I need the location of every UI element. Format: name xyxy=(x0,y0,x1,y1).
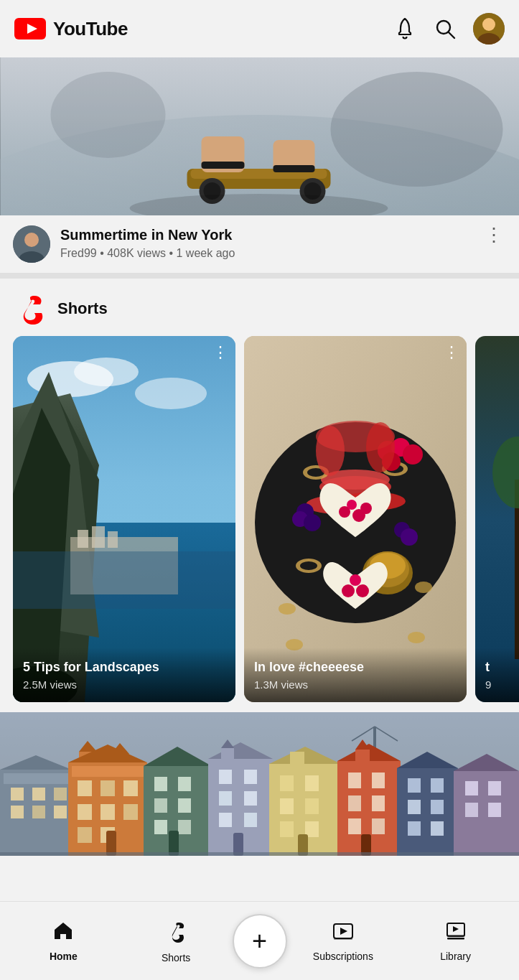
shorts-section: Shorts xyxy=(0,279,519,712)
svg-rect-115 xyxy=(154,777,167,791)
svg-marker-173 xyxy=(453,926,459,932)
svg-point-62 xyxy=(401,528,418,546)
short-1-more-button[interactable]: ⋮ xyxy=(212,343,228,362)
youtube-logo-icon xyxy=(14,18,46,39)
svg-rect-165 xyxy=(488,781,501,795)
svg-rect-154 xyxy=(397,768,458,856)
header-icons xyxy=(393,13,505,45)
svg-rect-147 xyxy=(348,773,361,788)
svg-rect-162 xyxy=(454,771,519,856)
svg-rect-127 xyxy=(244,770,257,784)
svg-rect-159 xyxy=(431,800,444,814)
svg-rect-161 xyxy=(431,821,444,836)
bottom-video-thumbnail[interactable] xyxy=(0,712,519,856)
avatar-button[interactable] xyxy=(473,13,505,45)
nav-subscriptions-button[interactable]: Subscriptions xyxy=(287,920,400,962)
featured-video-thumbnail[interactable] xyxy=(0,57,519,215)
svg-rect-158 xyxy=(408,800,421,814)
svg-rect-148 xyxy=(372,773,385,788)
svg-point-72 xyxy=(350,574,361,586)
svg-rect-109 xyxy=(78,827,92,843)
svg-rect-93 xyxy=(11,806,24,818)
plus-icon: + xyxy=(252,928,267,954)
svg-rect-39 xyxy=(92,526,105,548)
app-title: YouTube xyxy=(53,18,128,40)
svg-rect-136 xyxy=(280,775,294,791)
svg-rect-120 xyxy=(178,820,191,834)
svg-rect-106 xyxy=(78,804,92,820)
nav-library-label: Library xyxy=(440,951,471,962)
svg-rect-90 xyxy=(11,788,24,801)
svg-rect-145 xyxy=(355,750,370,762)
svg-rect-94 xyxy=(32,806,45,818)
svg-rect-167 xyxy=(488,803,501,817)
svg-rect-160 xyxy=(408,821,421,836)
nav-library-button[interactable]: Library xyxy=(399,920,512,962)
svg-point-60 xyxy=(304,514,321,531)
shorts-nav-icon xyxy=(164,919,188,948)
search-button[interactable] xyxy=(433,17,457,41)
svg-point-29 xyxy=(135,378,207,409)
short-2-title: In love #cheeeese xyxy=(254,659,457,676)
city-thumbnail-image xyxy=(0,712,519,856)
svg-rect-41 xyxy=(13,551,235,609)
bell-icon xyxy=(393,17,417,41)
channel-avatar[interactable] xyxy=(13,225,50,263)
svg-rect-17 xyxy=(201,162,244,169)
svg-point-50 xyxy=(347,500,357,510)
create-button[interactable]: + xyxy=(233,914,287,969)
video-more-button[interactable]: ⋮ xyxy=(482,225,506,244)
svg-point-70 xyxy=(342,584,355,597)
home-icon xyxy=(52,920,74,947)
svg-rect-107 xyxy=(100,804,115,820)
svg-rect-131 xyxy=(244,813,257,827)
short-1-title: 5 Tips for Landscapes xyxy=(23,659,225,676)
svg-rect-175 xyxy=(447,935,464,937)
video-info-row: Summertime in New York Fred99 • 408K vie… xyxy=(0,215,519,273)
svg-rect-111 xyxy=(106,831,116,856)
svg-rect-108 xyxy=(123,804,138,820)
svg-rect-95 xyxy=(54,806,67,818)
short-3-title: t xyxy=(485,659,519,676)
svg-rect-40 xyxy=(108,531,118,548)
nav-home-button[interactable]: Home xyxy=(7,920,120,962)
svg-rect-140 xyxy=(280,821,294,837)
video-thumbnail-image xyxy=(0,57,519,215)
shorts-scroll-container[interactable]: 5 Tips for Landscapes 2.5M views ⋮ xyxy=(0,336,519,702)
svg-point-78 xyxy=(316,426,345,476)
user-avatar xyxy=(473,13,505,45)
short-card-1[interactable]: 5 Tips for Landscapes 2.5M views ⋮ xyxy=(13,336,235,702)
short-card-3[interactable]: t 9 xyxy=(475,336,519,702)
svg-line-3 xyxy=(449,32,454,38)
svg-rect-91 xyxy=(32,788,45,801)
svg-rect-139 xyxy=(305,798,319,814)
svg-point-73 xyxy=(279,603,296,615)
svg-rect-98 xyxy=(72,766,144,777)
svg-rect-128 xyxy=(219,791,232,806)
short-card-2[interactable]: In love #cheeeese 1.3M views ⋮ xyxy=(244,336,467,702)
svg-point-65 xyxy=(403,444,423,465)
short-3-views: 9 xyxy=(485,678,519,691)
nav-home-label: Home xyxy=(50,951,78,962)
svg-rect-105 xyxy=(123,780,138,796)
nav-shorts-button[interactable]: Shorts xyxy=(120,919,233,963)
library-icon xyxy=(445,920,467,947)
short-2-more-button[interactable]: ⋮ xyxy=(444,343,459,362)
svg-rect-151 xyxy=(348,818,361,834)
svg-rect-150 xyxy=(372,795,385,811)
svg-point-28 xyxy=(74,358,139,386)
svg-rect-117 xyxy=(154,798,167,813)
svg-rect-118 xyxy=(178,798,191,813)
svg-rect-164 xyxy=(465,781,478,795)
short-2-views: 1.3M views xyxy=(254,678,457,691)
video-subtitle: Fred99 • 408K views • 1 week ago xyxy=(60,247,472,260)
svg-rect-174 xyxy=(447,938,464,940)
svg-rect-121 xyxy=(169,831,179,856)
svg-rect-157 xyxy=(431,778,444,793)
short-2-overlay: In love #cheeeese 1.3M views xyxy=(244,648,467,702)
svg-rect-130 xyxy=(219,813,232,827)
notification-button[interactable] xyxy=(393,17,417,41)
svg-point-79 xyxy=(366,422,395,472)
svg-point-20 xyxy=(330,72,502,187)
svg-rect-89 xyxy=(4,773,68,784)
